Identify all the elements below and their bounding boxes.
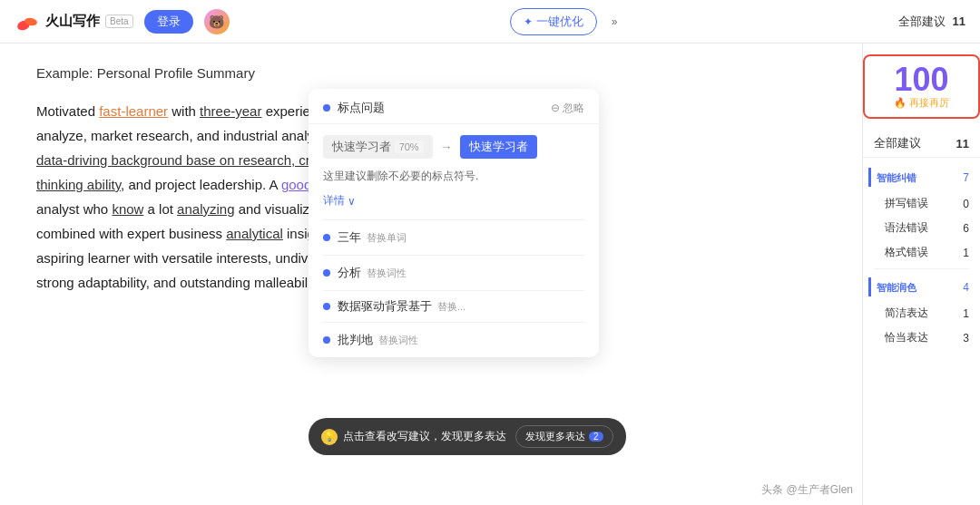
- score-sub: 🔥 再接再厉: [894, 96, 949, 110]
- suggested-word[interactable]: 快速学习者: [460, 135, 537, 159]
- format-label: 格式错误: [885, 245, 928, 260]
- grammar-label: 语法错误: [885, 220, 928, 236]
- panel-row-4[interactable]: 批判地 替换词性: [309, 323, 599, 357]
- sidebar-item-concise[interactable]: 简洁表达 1: [874, 301, 969, 325]
- optimize-icon: ✦: [524, 15, 533, 28]
- cat-label-1: 智能纠错: [868, 168, 916, 187]
- panel-row-3[interactable]: 数据驱动背景基于 替换...: [309, 291, 599, 322]
- sidebar-categories: 智能纠错 7 拼写错误 0 语法错误 6 格式错误 1 智能润色 4 简: [863, 158, 980, 355]
- optimize-button[interactable]: ✦ 一键优化: [510, 8, 597, 35]
- cat-label-2: 智能润色: [868, 277, 916, 296]
- row-label-2: 分析: [338, 265, 361, 281]
- panel-ignore-button[interactable]: ⊖ 忽略: [551, 101, 584, 116]
- concise-label: 简洁表达: [885, 306, 928, 321]
- row-label-4: 批判地: [338, 332, 373, 348]
- topbar: 火山写作 Beta 登录 🐻 ✦ 一键优化 » 全部建议 11: [0, 0, 980, 44]
- discover-button[interactable]: 发现更多表达 2: [515, 425, 613, 448]
- ignore-icon: ⊖: [551, 102, 560, 114]
- login-button[interactable]: 登录: [144, 10, 193, 34]
- original-word: 快速学习者 70%: [323, 135, 433, 159]
- underline-analytical: analytical: [226, 226, 283, 241]
- panel-detail-button[interactable]: 详情 ∨: [323, 193, 584, 209]
- fire-icon: 🔥: [894, 97, 906, 109]
- main-content: Example: Personal Profile Summary Motiva…: [0, 44, 980, 505]
- topbar-center: ✦ 一键优化 »: [240, 8, 887, 35]
- sidebar-cat-2[interactable]: 智能润色 4: [874, 273, 969, 301]
- concise-count: 1: [963, 307, 969, 320]
- panel-header: 标点问题 ⊖ 忽略: [309, 89, 599, 124]
- cat-count-2: 4: [963, 281, 969, 294]
- row-action-2: 替换词性: [367, 267, 407, 280]
- dot-2: [323, 269, 330, 277]
- logo-area: 火山写作 Beta: [15, 9, 133, 34]
- score-sub-label: 再接再厉: [909, 96, 949, 110]
- chevron-icon: »: [612, 15, 618, 28]
- dot-1: [323, 234, 330, 241]
- all-count: 11: [956, 137, 969, 151]
- panel-row-1[interactable]: 三年 替换单词: [309, 220, 599, 255]
- suggestion-panel: 标点问题 ⊖ 忽略 快速学习者 70% → 快速学习者 这里建议删除不必要的标点…: [309, 89, 599, 357]
- lightbulb-icon: 💡: [321, 429, 338, 445]
- cat-count-1: 7: [963, 171, 969, 184]
- underline-data-driving: data-driving background base on research…: [36, 152, 348, 168]
- sidebar-item-format[interactable]: 格式错误 1: [874, 240, 969, 265]
- row-action-3: 替换...: [437, 300, 466, 314]
- right-sidebar: 100 🔥 再接再厉 全部建议 11 智能纠错 7 拼写错误 0 语法错误 6: [862, 44, 980, 505]
- tooltip-text: 点击查看改写建议，发现更多表达: [343, 429, 506, 444]
- panel-row-2[interactable]: 分析 替换词性: [309, 256, 599, 290]
- sidebar-item-spell[interactable]: 拼写错误 0: [874, 191, 969, 216]
- underline-know: know: [112, 201, 143, 217]
- sidebar-item-grammar[interactable]: 语法错误 6: [874, 216, 969, 240]
- panel-body: 快速学习者 70% → 快速学习者 这里建议删除不必要的标点符号. 详情 ∨: [309, 124, 599, 219]
- score-panel: 100 🔥 再接再厉: [863, 54, 980, 119]
- underline-thinking: thinking ability: [36, 177, 121, 192]
- avatar[interactable]: 🐻: [204, 9, 230, 34]
- app-name: 火山写作: [45, 13, 100, 30]
- sidebar-all-row[interactable]: 全部建议 11: [863, 130, 980, 158]
- row-label-3: 数据驱动背景基于: [338, 298, 432, 315]
- grammar-count: 6: [963, 222, 969, 235]
- sidebar-divider: [874, 268, 969, 269]
- sidebar-item-appropriate[interactable]: 恰当表达 3: [874, 325, 969, 350]
- tooltip-popup: 💡 点击查看改写建议，发现更多表达 发现更多表达 2: [309, 418, 626, 455]
- optimize-label: 一键优化: [536, 14, 583, 30]
- all-label: 全部建议: [874, 135, 921, 151]
- spell-count: 0: [963, 198, 969, 210]
- row-label-1: 三年: [338, 229, 361, 246]
- highlighted-word-fast-learner: fast-learner: [99, 103, 168, 119]
- row-action-4: 替换词性: [378, 334, 418, 347]
- topbar-right: 全部建议 11: [898, 14, 965, 30]
- suggestions-label: 全部建议: [898, 14, 946, 30]
- underline-three-year: three-year: [200, 103, 261, 119]
- arrow-icon: →: [440, 140, 453, 154]
- dot-3: [323, 303, 330, 310]
- format-count: 1: [963, 247, 969, 259]
- panel-title: 标点问题: [338, 100, 385, 116]
- appropriate-label: 恰当表达: [885, 330, 928, 345]
- spell-label: 拼写错误: [885, 196, 928, 211]
- appropriate-count: 3: [963, 332, 969, 345]
- panel-dot: [323, 104, 330, 112]
- suggestions-count: 11: [953, 15, 965, 28]
- row-action-1: 替换单词: [367, 231, 407, 245]
- doc-title: Example: Personal Profile Summary: [36, 65, 826, 81]
- dot-4: [323, 336, 330, 344]
- sidebar-cat-1[interactable]: 智能纠错 7: [874, 163, 969, 191]
- beta-badge: Beta: [105, 15, 133, 28]
- score-number: 100: [894, 63, 948, 96]
- logo-icon: [15, 9, 40, 34]
- watermark: 头条 @生产者Glen: [761, 482, 853, 498]
- underline-analyzing: analyzing: [177, 201, 234, 217]
- panel-desc: 这里建议删除不必要的标点符号.: [323, 168, 584, 184]
- word-options: 快速学习者 70% → 快速学习者: [323, 135, 584, 159]
- chevron-down-icon: ∨: [348, 195, 356, 208]
